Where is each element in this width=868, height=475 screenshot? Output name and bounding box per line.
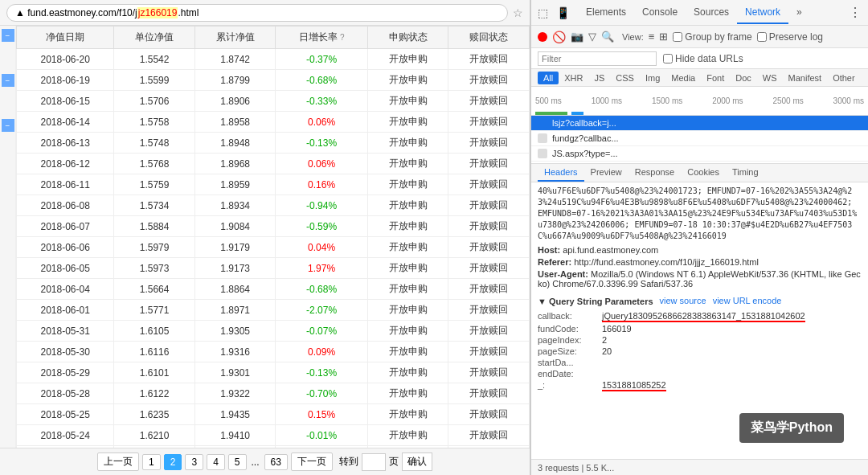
- tab-more[interactable]: »: [788, 2, 810, 24]
- type-btn-doc[interactable]: Doc: [730, 72, 757, 84]
- table-row: 2018-05-281.61221.9322-0.70%开放申购开放赎回: [17, 383, 530, 404]
- type-btn-other[interactable]: Other: [827, 72, 861, 84]
- request-item-3[interactable]: JS.aspx?type=...: [531, 146, 868, 162]
- type-btn-font[interactable]: Font: [701, 72, 730, 84]
- page-btn-last[interactable]: 63: [264, 454, 288, 470]
- type-btn-xhr[interactable]: XHR: [559, 72, 588, 84]
- confirm-goto-btn[interactable]: 确认: [402, 452, 432, 471]
- table-row: 2018-06-141.57581.89580.06%开放申购开放赎回: [17, 112, 530, 133]
- devtools-options-icon[interactable]: ⋮: [849, 5, 862, 20]
- param-row: callback:jQuery1830952686628383863147_15…: [538, 311, 862, 322]
- filter-input[interactable]: [538, 51, 657, 66]
- tab-console[interactable]: Console: [634, 2, 686, 24]
- camera-icon[interactable]: 📷: [571, 31, 583, 43]
- redeem-cell: 开放赎回: [448, 216, 530, 237]
- date-cell: 2018-05-29: [17, 362, 114, 383]
- nav-cell: 1.5973: [114, 258, 195, 279]
- date-cell: 2018-06-07: [17, 216, 114, 237]
- subscribe-cell: 开放申购: [367, 154, 448, 174]
- preserve-log-checkbox[interactable]: [757, 32, 767, 42]
- type-btn-ws[interactable]: WS: [757, 72, 783, 84]
- page-btn-5[interactable]: 5: [228, 454, 247, 470]
- growth-rate-cell: 0.09%: [276, 342, 367, 362]
- cursor-icon[interactable]: ⬚: [538, 6, 548, 19]
- next-page-btn[interactable]: 下一页: [291, 452, 333, 471]
- type-btn-js[interactable]: JS: [588, 72, 610, 84]
- table-scroll-area[interactable]: 净值日期 单位净值 累计净值 日增长率 ? 申购状态 赎回状态 2018-: [16, 26, 530, 448]
- subscribe-cell: 开放申购: [367, 404, 448, 425]
- headers-tab-preview[interactable]: Preview: [584, 164, 628, 182]
- view-url-encode-link[interactable]: view URL encode: [713, 296, 782, 305]
- redeem-cell: 开放赎回: [448, 362, 530, 383]
- devtools-toolbar: ⬚ 📱 Elements Console Sources Network » ⋮: [531, 0, 868, 26]
- table-row: 2018-06-201.55421.8742-0.37%开放申购开放赎回: [17, 49, 530, 70]
- subscribe-cell: 开放申购: [367, 133, 448, 154]
- clear-btn[interactable]: 🚫: [552, 31, 566, 43]
- request-item-1[interactable]: lsjz?callback=j...: [531, 116, 868, 131]
- mobile-icon[interactable]: 📱: [556, 6, 570, 19]
- param-row: pageSize:20: [538, 346, 862, 356]
- redeem-cell: 开放赎回: [448, 404, 530, 425]
- hide-data-urls-label[interactable]: Hide data URLs: [663, 53, 743, 64]
- param-row: fundCode:166019: [538, 324, 862, 334]
- type-btn-css[interactable]: CSS: [610, 72, 640, 84]
- expand-btn-1[interactable]: −: [2, 29, 14, 42]
- expand-btn-3[interactable]: −: [2, 119, 14, 132]
- headers-tab-cookies[interactable]: Cookies: [681, 164, 726, 182]
- cumulative-cell: 1.8934: [194, 195, 276, 216]
- growth-info-icon[interactable]: ?: [340, 33, 345, 42]
- hide-data-urls-checkbox[interactable]: [663, 54, 673, 63]
- expand-btn-2[interactable]: −: [2, 74, 14, 87]
- star-icon[interactable]: ☆: [513, 6, 523, 19]
- tab-sources[interactable]: Sources: [686, 2, 737, 24]
- headers-tab-timing[interactable]: Timing: [726, 164, 765, 182]
- headers-tab-headers[interactable]: Headers: [538, 164, 584, 182]
- date-cell: 2018-05-25: [17, 404, 114, 425]
- table-row: 2018-06-111.57591.89590.16%开放申购开放赎回: [17, 174, 530, 195]
- cumulative-cell: 1.8968: [194, 154, 276, 174]
- host-label: Host:: [538, 245, 563, 255]
- date-cell: 2018-06-13: [17, 133, 114, 154]
- record-btn[interactable]: [538, 32, 547, 42]
- group-by-frame-label[interactable]: Group by frame: [673, 31, 751, 43]
- nav-cell: 1.5599: [114, 70, 195, 91]
- view-source-link[interactable]: view source: [660, 296, 706, 305]
- type-btn-manifest[interactable]: Manifest: [783, 72, 828, 84]
- prev-page-btn[interactable]: 上一页: [97, 452, 139, 471]
- nav-cell: 1.6235: [114, 404, 195, 425]
- type-btn-media[interactable]: Media: [665, 72, 701, 84]
- status-text: 3 requests | 5.5 K...: [538, 463, 614, 473]
- group-by-frame-checkbox[interactable]: [673, 32, 682, 42]
- date-cell: 2018-06-06: [17, 237, 114, 258]
- page-btn-4[interactable]: 4: [207, 454, 225, 470]
- page-btn-1[interactable]: 1: [142, 454, 161, 470]
- param-name: callback:: [538, 311, 602, 322]
- view-grid-icon[interactable]: ⊞: [659, 31, 668, 43]
- cumulative-cell: 1.8959: [194, 174, 276, 195]
- subscribe-cell: 开放申购: [367, 216, 448, 237]
- tab-elements[interactable]: Elements: [578, 2, 634, 24]
- param-value: 2: [602, 335, 607, 345]
- preserve-log-label[interactable]: Preserve log: [757, 31, 823, 43]
- date-cell: 2018-06-08: [17, 195, 114, 216]
- cumulative-cell: 1.9173: [194, 258, 276, 279]
- redeem-cell: 开放赎回: [448, 279, 530, 300]
- param-value: 166019: [602, 324, 632, 334]
- search-icon[interactable]: 🔍: [601, 31, 614, 43]
- request-item-2[interactable]: fundgz?callbac...: [531, 131, 868, 146]
- url-bar[interactable]: ▲ fund.eastmoney.com/f10/jjz166019.html: [6, 4, 508, 22]
- table-row: 2018-06-121.57681.89680.06%开放申购开放赎回: [17, 154, 530, 174]
- goto-input[interactable]: [362, 453, 386, 471]
- group-by-frame-text: Group by frame: [685, 31, 751, 43]
- type-btn-img[interactable]: Img: [640, 72, 665, 84]
- param-name: endDate:: [538, 369, 602, 379]
- filter-icon[interactable]: ▽: [588, 31, 596, 43]
- tab-network[interactable]: Network: [737, 2, 788, 24]
- redeem-cell: 开放赎回: [448, 237, 530, 258]
- headers-tab-response[interactable]: Response: [628, 164, 682, 182]
- subscribe-cell: 开放申购: [367, 362, 448, 383]
- type-btn-all[interactable]: All: [538, 72, 559, 84]
- page-btn-2[interactable]: 2: [164, 454, 182, 470]
- page-btn-3[interactable]: 3: [185, 454, 203, 470]
- view-list-icon[interactable]: ≡: [649, 31, 655, 43]
